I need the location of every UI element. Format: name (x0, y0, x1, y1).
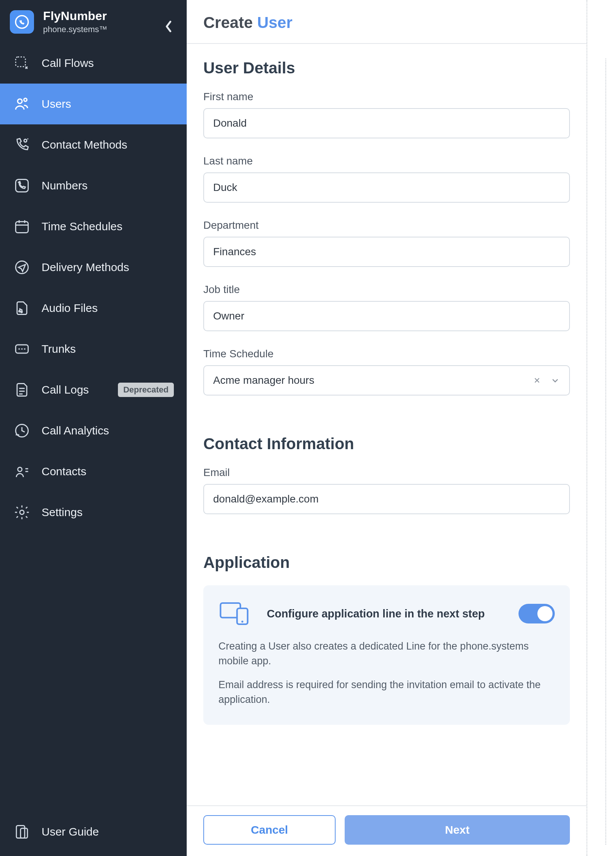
sidebar-item-label: Users (42, 98, 174, 110)
sidebar-item-time-schedules[interactable]: Time Schedules (0, 206, 187, 247)
sidebar-item-label: Delivery Methods (42, 261, 174, 274)
sidebar-item-label: Call Logs (42, 383, 107, 396)
logs-icon (13, 381, 31, 399)
svg-rect-6 (16, 222, 28, 233)
configure-application-toggle[interactable] (518, 604, 555, 623)
phone-icon (14, 14, 29, 29)
deprecated-badge: Deprecated (118, 383, 174, 397)
department-label: Department (203, 219, 570, 231)
field-department: Department (203, 219, 570, 267)
sidebar-item-contacts[interactable]: Contacts (0, 451, 187, 492)
sidebar-footer: User Guide (0, 811, 187, 856)
flow-icon (13, 54, 31, 72)
application-description-2: Email address is required for sending th… (218, 678, 555, 707)
app-root: FlyNumber phone.systems™ Call Flows User… (0, 0, 616, 856)
field-last-name: Last name (203, 155, 570, 203)
sidebar-item-label: Contacts (42, 465, 174, 478)
guide-icon (13, 823, 31, 841)
sidebar-item-numbers[interactable]: Numbers (0, 165, 187, 206)
field-first-name: First name (203, 91, 570, 138)
sidebar-item-label: Call Analytics (42, 424, 174, 437)
analytics-icon (13, 422, 31, 440)
svg-point-12 (18, 467, 22, 471)
sidebar-item-label: Numbers (42, 179, 174, 192)
clear-icon[interactable] (533, 376, 541, 385)
section-contact-information: Contact Information (203, 435, 570, 453)
brand-logo (10, 10, 34, 34)
audio-icon (13, 299, 31, 317)
sidebar-item-delivery-methods[interactable]: Delivery Methods (0, 247, 187, 288)
svg-point-13 (20, 510, 24, 515)
field-time-schedule: Time Schedule Acme manager hours (203, 348, 570, 395)
application-description-1: Creating a User also creates a dedicated… (218, 639, 555, 668)
chevron-left-icon (165, 20, 172, 33)
contact-methods-icon (13, 136, 31, 154)
sidebar: FlyNumber phone.systems™ Call Flows User… (0, 0, 187, 856)
svg-point-4 (24, 139, 27, 142)
last-name-label: Last name (203, 155, 570, 167)
settings-icon (13, 503, 31, 521)
main: Create User User Details First name Last… (187, 0, 616, 856)
brand-subtitle: phone.systems™ (43, 25, 107, 34)
sidebar-item-user-guide[interactable]: User Guide (13, 823, 174, 841)
next-button[interactable]: Next (345, 815, 570, 845)
toggle-knob (537, 606, 553, 621)
sidebar-item-audio-files[interactable]: Audio Files (0, 288, 187, 329)
contacts-icon (13, 462, 31, 481)
sidebar-item-label: Call Flows (42, 57, 174, 70)
sidebar-item-call-logs[interactable]: Call Logs Deprecated (0, 369, 187, 410)
application-card-header: Configure application line in the next s… (218, 600, 555, 627)
first-name-label: First name (203, 91, 570, 103)
svg-rect-1 (16, 57, 26, 67)
rail-dotted-line (605, 59, 606, 845)
content-column: Create User User Details First name Last… (187, 0, 587, 856)
sidebar-item-call-flows[interactable]: Call Flows (0, 43, 187, 84)
sidebar-item-settings[interactable]: Settings (0, 492, 187, 533)
time-schedule-value: Acme manager hours (213, 374, 314, 386)
application-card: Configure application line in the next s… (203, 585, 570, 725)
sidebar-item-label: Contact Methods (42, 138, 174, 151)
sidebar-item-label: User Guide (42, 825, 174, 838)
page-title-accent: User (257, 14, 292, 31)
email-input[interactable] (203, 484, 570, 514)
department-input[interactable] (203, 237, 570, 267)
right-rail (587, 0, 614, 856)
field-job-title: Job title (203, 284, 570, 331)
users-icon (13, 95, 31, 113)
sidebar-header: FlyNumber phone.systems™ (0, 0, 187, 43)
sidebar-item-label: Settings (42, 506, 174, 519)
svg-rect-15 (20, 828, 27, 838)
sidebar-item-call-analytics[interactable]: Call Analytics (0, 410, 187, 451)
cancel-button[interactable]: Cancel (203, 815, 336, 845)
brand-titles: FlyNumber phone.systems™ (43, 9, 107, 34)
time-schedule-label: Time Schedule (203, 348, 570, 360)
job-title-input[interactable] (203, 301, 570, 331)
first-name-input[interactable] (203, 108, 570, 138)
numbers-icon (13, 177, 31, 195)
trunks-icon (13, 340, 31, 358)
sidebar-item-trunks[interactable]: Trunks (0, 329, 187, 369)
page-title: Create User (187, 0, 587, 44)
page-title-prefix: Create (203, 14, 257, 31)
sidebar-item-users[interactable]: Users (0, 84, 187, 124)
sidebar-item-contact-methods[interactable]: Contact Methods (0, 124, 187, 165)
job-title-label: Job title (203, 284, 570, 296)
application-configure-label: Configure application line in the next s… (267, 608, 503, 620)
field-email: Email (203, 467, 570, 514)
svg-point-2 (18, 99, 22, 104)
delivery-icon (13, 258, 31, 276)
svg-point-9 (21, 311, 22, 313)
collapse-sidebar-button[interactable] (161, 19, 176, 34)
form-scroll[interactable]: User Details First name Last name Depart… (187, 44, 587, 805)
devices-icon (218, 600, 252, 627)
footer-actions: Cancel Next (187, 805, 587, 856)
svg-point-18 (241, 620, 243, 622)
svg-point-3 (24, 98, 27, 101)
section-application: Application (203, 554, 570, 572)
brand-title: FlyNumber (43, 9, 107, 23)
time-schedule-select[interactable]: Acme manager hours (203, 365, 570, 395)
sidebar-nav: Call Flows Users Contact Methods Numbers… (0, 43, 187, 811)
last-name-input[interactable] (203, 172, 570, 203)
svg-point-8 (19, 310, 20, 312)
chevron-down-icon[interactable] (550, 375, 560, 385)
